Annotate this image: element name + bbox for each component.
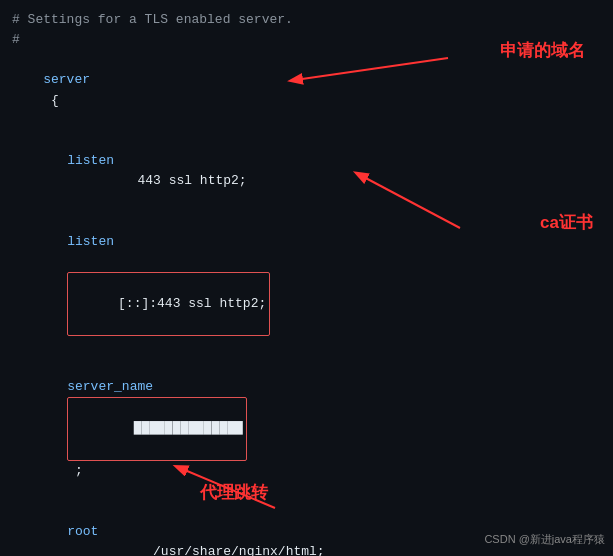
- watermark: CSDN @新进java程序猿: [484, 531, 605, 548]
- server-keyword: server: [43, 72, 90, 87]
- line-comment1: # Settings for a TLS enabled server.: [12, 10, 601, 30]
- line-server-name: server_name ██████████████ ;: [12, 356, 601, 501]
- line-server-open: server {: [12, 50, 601, 131]
- listen-ipv6-box: [::]:443 ssl http2;: [67, 272, 270, 336]
- server-name-box: ██████████████: [67, 397, 247, 461]
- code-area: # Settings for a TLS enabled server. # s…: [0, 0, 613, 556]
- line-listen2: listen [::]:443 ssl http2;: [12, 211, 601, 356]
- line-listen1: listen 443 ssl http2;: [12, 131, 601, 212]
- line-comment2: #: [12, 30, 601, 50]
